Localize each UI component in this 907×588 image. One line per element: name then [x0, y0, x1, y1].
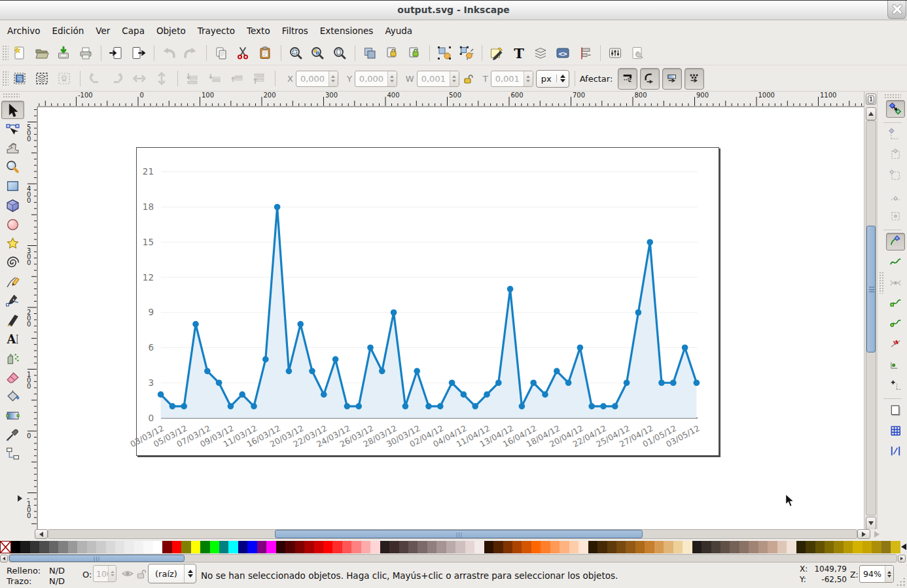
document-import-button[interactable] [107, 44, 124, 62]
swatch-0000ff[interactable] [247, 541, 257, 553]
menu-ayuda[interactable]: Ayuda [379, 22, 418, 40]
opacity-value[interactable]: 100 [94, 566, 108, 581]
swatch-b49584[interactable] [758, 541, 768, 553]
swatch-550000[interactable] [285, 541, 294, 553]
scroll-right-button[interactable] [857, 529, 870, 539]
swatch-f4eaea[interactable] [474, 541, 484, 553]
snap-page-border-button[interactable] [886, 402, 905, 419]
swatch-ffaaaa[interactable] [361, 541, 370, 553]
menu-texto[interactable]: Texto [241, 22, 276, 40]
tool-ellipse-button[interactable] [1, 215, 24, 233]
y-field-spin-arrows[interactable] [387, 71, 397, 86]
layer-visibility-icon[interactable] [122, 569, 133, 578]
document-save-button[interactable] [55, 44, 72, 62]
swatch-a69494[interactable] [436, 541, 446, 553]
menu-archivo[interactable]: Archivo [1, 22, 46, 40]
transform-patterns-toggle[interactable] [685, 68, 704, 90]
titlebar[interactable]: output.svg - Inkscape [0, 0, 907, 20]
edit-paste-button[interactable] [257, 44, 274, 62]
tool-selector-button[interactable] [1, 101, 24, 119]
opacity-spin-arrows[interactable] [108, 566, 116, 581]
preferences-button[interactable] [607, 44, 624, 62]
fill-value[interactable]: N/D [49, 566, 65, 576]
swatch-2b1a00[interactable] [588, 541, 597, 553]
swatch-008080[interactable] [219, 541, 228, 553]
swatch-211c19[interactable] [692, 541, 702, 553]
h-field-spin-arrows[interactable] [524, 71, 533, 86]
opacity-spinbox[interactable]: 100 [93, 565, 116, 582]
swatch-d4b816[interactable] [891, 541, 900, 553]
snap-grid-button[interactable] [886, 422, 905, 440]
snap-enable-button[interactable] [886, 100, 905, 118]
canvas[interactable]: 03691215182103/03/1205/03/1207/03/1209/0… [37, 107, 864, 529]
swatch-800080[interactable] [257, 541, 266, 553]
swatch-8a7366[interactable] [739, 541, 749, 553]
swatch-ececec[interactable] [124, 541, 133, 553]
swatch-b3b3b3[interactable] [77, 541, 86, 553]
swatch-800000[interactable] [162, 541, 171, 553]
palette-scrollbar[interactable] [9, 554, 897, 562]
snap-rotation-centers-button[interactable] [886, 376, 905, 394]
swatch-ffccaa[interactable] [569, 541, 578, 553]
swatch-d45500[interactable] [522, 541, 531, 553]
w-field-spin-arrows[interactable] [450, 71, 459, 86]
swatch-d69a52[interactable] [654, 541, 664, 553]
swatch-c77f2e[interactable] [645, 541, 654, 553]
x-field-value[interactable]: 0,000 [296, 71, 329, 86]
swatch-1a1a1a[interactable] [20, 541, 29, 553]
swatch-e3e3e3[interactable] [115, 541, 124, 553]
swatch-eed09a[interactable] [673, 541, 683, 553]
swatch-f0e3d8[interactable] [787, 541, 796, 553]
clone-button[interactable] [383, 44, 400, 62]
close-button[interactable] [887, 1, 906, 19]
menu-capa[interactable]: Capa [116, 22, 151, 40]
y-field-value[interactable]: 0,000 [355, 71, 387, 86]
document-properties-button[interactable] [629, 44, 646, 62]
tool-bucket-button[interactable] [1, 387, 24, 406]
swatch-ff8080[interactable] [351, 541, 361, 553]
document-export-button[interactable] [130, 44, 147, 62]
swatch-9b8200[interactable] [834, 541, 843, 553]
swatch-d0bfbf[interactable] [455, 541, 465, 553]
tool-tweak-button[interactable] [1, 139, 24, 157]
swatch-524040[interactable] [399, 541, 408, 553]
snap-midpoints-button[interactable] [886, 335, 905, 353]
document-new-button[interactable] [11, 44, 28, 62]
swatch-aa4400[interactable] [512, 541, 522, 553]
align-dialog-button[interactable] [577, 44, 594, 62]
spin-up-icon[interactable] [887, 571, 891, 574]
swatch-00ff00[interactable] [210, 541, 219, 553]
ungroup-button[interactable] [458, 44, 475, 62]
tool-zoom-button[interactable] [1, 158, 24, 177]
swatch-999999[interactable] [68, 541, 77, 553]
swatch-e5d5d5[interactable] [465, 541, 474, 553]
swatch-605148[interactable] [720, 541, 730, 553]
select-all-layers-button[interactable] [33, 69, 50, 88]
swatch-008000[interactable] [200, 541, 209, 553]
tool-3dbox-button[interactable] [1, 196, 24, 215]
swatch-808000[interactable] [181, 541, 190, 553]
swatch-666666[interactable] [49, 541, 58, 553]
spin-up-icon[interactable] [111, 571, 115, 573]
swatch-7c6a6a[interactable] [418, 541, 427, 553]
swatch-ff0000[interactable] [172, 541, 181, 553]
swatch-bfbfbf[interactable] [87, 541, 96, 553]
tool-star-button[interactable] [1, 234, 24, 252]
zoom-drawing-button[interactable] [309, 44, 326, 62]
tool-pencil-button[interactable] [1, 273, 24, 291]
swatch-ad6a1a[interactable] [635, 541, 645, 553]
snap-nodes-button[interactable] [886, 233, 905, 251]
swatch-d40000[interactable] [314, 541, 323, 553]
swatch-917f7f[interactable] [427, 541, 436, 553]
swatch-333333[interactable] [30, 541, 39, 553]
menu-ver[interactable]: Ver [90, 22, 116, 40]
transform-corners-toggle[interactable] [640, 68, 660, 90]
toolbox-grip[interactable] [3, 93, 20, 98]
select-all-button[interactable]: z [11, 69, 28, 88]
swatch-ff5555[interactable] [342, 541, 351, 553]
swatch-f2f2f2[interactable] [134, 541, 143, 553]
swatch-452a05[interactable] [597, 541, 607, 553]
snapbar-grip-2[interactable] [879, 271, 884, 294]
swatch-7f6a00[interactable] [825, 541, 834, 553]
swatch-4b4039[interactable] [711, 541, 720, 553]
